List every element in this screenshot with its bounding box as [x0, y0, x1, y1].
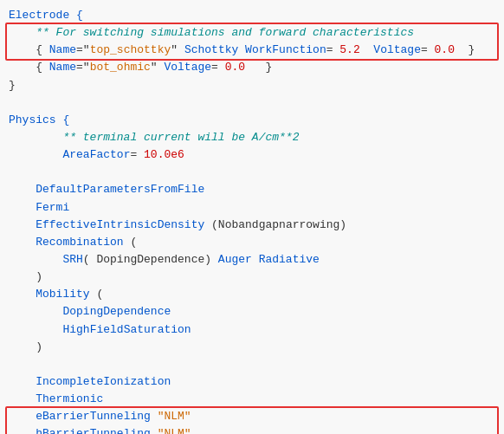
code-line: eBarrierTunneling "NLM" — [9, 408, 495, 425]
code-line — [9, 356, 495, 373]
code-line: AreaFactor= 10.0e6 — [9, 146, 495, 164]
code-line: { Name="bot_ohmic" Voltage= 0.0 } — [9, 59, 495, 76]
code-line: Physics { — [9, 112, 495, 129]
code-line: { Name="top_schottky" Schottky WorkFunct… — [9, 42, 495, 59]
code-line: } — [9, 77, 495, 94]
code-line: hBarrierTunneling "NLM" — [9, 425, 495, 434]
code-line: SRH( DopingDependence) Auger Radiative — [9, 251, 495, 269]
code-line: Electrode { — [9, 7, 495, 24]
code-line: Recombination ( — [9, 234, 495, 251]
code-line: ** For switching simulations and forward… — [9, 24, 495, 42]
code-line: Fermi — [9, 199, 495, 217]
code-line: IncompleteIonization — [9, 373, 495, 391]
code-line: DopingDependence — [9, 303, 495, 321]
code-line: EffectiveIntrinsicDensity (Nobandgapnarr… — [9, 217, 495, 234]
code-line: ) — [9, 269, 495, 286]
code-line: ** terminal current will be A/cm**2 — [9, 129, 495, 146]
code-line: ) — [9, 339, 495, 356]
code-line: Thermionic — [9, 391, 495, 408]
code-editor: Electrode { ** For switching simulations… — [0, 0, 504, 434]
code-line: DefaultParametersFromFile — [9, 181, 495, 198]
code-line: Mobility ( — [9, 286, 495, 303]
code-line — [9, 164, 495, 181]
code-line: HighFieldSaturation — [9, 321, 495, 339]
code-line — [9, 94, 495, 112]
